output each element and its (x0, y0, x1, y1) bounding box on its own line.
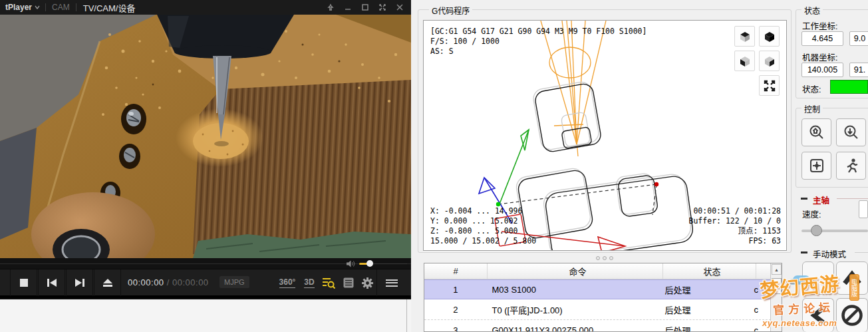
work-coords-label: 工作坐标: (802, 19, 837, 32)
scroll-thumb[interactable] (772, 278, 782, 294)
eject-button[interactable] (94, 269, 121, 296)
bit-shadow (214, 141, 229, 146)
close-icon[interactable] (392, 1, 407, 13)
fit-view-button[interactable] (759, 75, 780, 96)
previous-button[interactable] (38, 269, 65, 296)
player-controls: 00:00:00 / 00:00:00 MJPG 360° 3D (0, 269, 411, 295)
next-button[interactable] (66, 269, 93, 296)
list-icon[interactable] (340, 269, 357, 296)
cube-top-icon (738, 30, 752, 43)
scroll-up-arrow[interactable]: ▲ (772, 264, 782, 275)
seek-volume-row (0, 258, 411, 269)
speed-field[interactable] (859, 200, 868, 218)
jog-up-left-button[interactable] (802, 261, 834, 295)
col-header-status[interactable]: 状态 (663, 263, 756, 279)
cnc-camera-scene (0, 15, 411, 258)
view-isometric-button[interactable] (734, 26, 755, 47)
machine-coords-label: 机器坐标: (802, 51, 837, 63)
cell-status: 后处理 (659, 303, 751, 316)
jog-up-button[interactable] (836, 261, 868, 295)
hamburger-menu-icon[interactable] (376, 269, 406, 296)
run-button[interactable] (836, 152, 866, 180)
zero-origin-button[interactable] (801, 152, 831, 180)
col-header-command[interactable]: 命令 (488, 263, 663, 279)
time-display: 00:00:00 / 00:00:00 (128, 277, 209, 287)
probe-search-button[interactable] (836, 118, 866, 146)
threaded-hole (119, 144, 140, 169)
machine-x-field[interactable]: 140.005 (801, 63, 843, 77)
view-360-button[interactable]: 360° (275, 269, 299, 296)
cell-status: 后处理 (659, 283, 751, 296)
cell-response: c (751, 305, 771, 315)
maximize-icon[interactable] (358, 1, 372, 13)
table-row[interactable]: 3 G00X11.911Y3.002Z5.000 后处理 c (424, 321, 771, 332)
table-row[interactable]: 1 M03 S1000 后处理 c (424, 279, 771, 299)
work-x-field[interactable]: 4.645 (801, 31, 843, 46)
gear-icon[interactable] (358, 269, 376, 296)
jog-left-button[interactable] (802, 298, 834, 332)
table-header: # 命令 状态 (424, 263, 782, 279)
status-group-title: 状态 (801, 5, 823, 16)
jog-stop-button[interactable] (836, 298, 868, 332)
player-titlebar: tPlayer CAM TV/CAM/设备 (0, 0, 411, 15)
view-right-button[interactable] (759, 51, 780, 71)
gcode-state-overlay: [GC:G1 G54 G17 G21 G90 G94 M3 M9 T0 F100… (430, 27, 647, 57)
col-header-num[interactable]: # (424, 263, 488, 279)
manual-section-title: 手动模式 (813, 248, 846, 260)
chevron-left-icon (809, 304, 827, 327)
view-3d-button[interactable]: 3D (301, 269, 318, 296)
magnifier-down-icon (843, 124, 860, 141)
cell-response: c (751, 285, 771, 295)
player-menu-button[interactable]: tPlayer (0, 0, 45, 15)
command-table: # 命令 状态 1 M03 S1000 后处理 c 2 T0 ([平底]JD-1… (424, 263, 782, 332)
gcode-panel-title: G代码程序 (429, 5, 472, 16)
minimize-icon[interactable] (341, 1, 355, 13)
collapse-spindle-icon[interactable] (801, 198, 807, 200)
pin-icon[interactable] (323, 1, 338, 13)
machine-y-field[interactable]: 91. (849, 63, 868, 77)
table-scrollbar[interactable]: ▲ (770, 263, 782, 332)
cube-left-icon (738, 55, 752, 68)
volume-slider-rest[interactable] (372, 263, 407, 264)
divider (406, 299, 407, 332)
stop-button[interactable] (10, 269, 37, 296)
playlist-search-icon[interactable] (319, 269, 338, 296)
runner-icon (843, 157, 860, 174)
cell-command: T0 ([平底]JD-1.00) (487, 303, 660, 316)
toolpath-shapes (517, 83, 694, 250)
table-row[interactable]: 2 T0 ([平底]JD-1.00) 后处理 c (424, 300, 771, 320)
work-y-field[interactable]: 9.0 (849, 31, 868, 46)
cell-response: c (751, 325, 771, 332)
collapse-manual-icon[interactable] (801, 251, 807, 253)
window-controls (323, 1, 411, 13)
tab-cam[interactable]: CAM (46, 3, 76, 12)
divider (837, 198, 868, 199)
divider (855, 252, 868, 253)
fullscreen-icon[interactable] (375, 1, 390, 13)
view-left-button[interactable] (734, 51, 755, 71)
gcode-viewport[interactable]: [GC:G1 G54 G17 G21 G90 G94 M3 M9 T0 F100… (423, 20, 787, 251)
player-menu-label: tPlayer (5, 3, 32, 12)
screen: tPlayer CAM TV/CAM/设备 (0, 0, 868, 332)
speed-slider-thumb[interactable] (811, 225, 822, 236)
background-area (0, 298, 411, 332)
splitter-handle[interactable] (418, 254, 792, 262)
state-indicator (830, 80, 868, 94)
cell-num: 2 (424, 305, 487, 315)
codec-badge: MJPG (219, 276, 249, 288)
player-title: TV/CAM/设备 (76, 1, 142, 14)
speaker-icon (347, 260, 356, 267)
cell-command: G00X11.911Y3.002Z5.000 (487, 325, 660, 332)
chevron-down-icon (35, 5, 40, 9)
cell-num: 1 (424, 285, 487, 295)
video-surface[interactable] (0, 15, 411, 258)
volume-thumb[interactable] (366, 260, 373, 267)
magnifier-home-icon (808, 124, 825, 141)
tplayer-window: tPlayer CAM TV/CAM/设备 (0, 0, 411, 298)
crosshair-frame-icon (808, 157, 825, 174)
prohibit-icon (839, 303, 865, 328)
home-search-button[interactable] (801, 118, 831, 146)
cube-solid-icon (763, 30, 776, 43)
path-shadows (515, 81, 692, 250)
view-3d-button[interactable] (759, 26, 780, 47)
